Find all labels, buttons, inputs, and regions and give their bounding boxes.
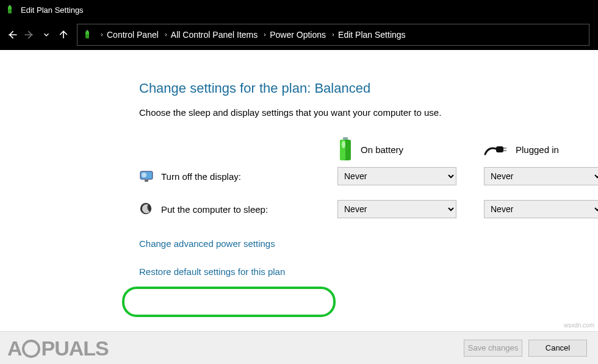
- page-title: Change settings for the plan: Balanced: [139, 80, 598, 96]
- window-title: Edit Plan Settings: [21, 5, 84, 15]
- footer: Save changes Cancel: [0, 331, 598, 364]
- svg-rect-12: [503, 150, 506, 151]
- svg-rect-1: [9, 5, 11, 7]
- annotation-highlight: [122, 287, 336, 317]
- settings-grid: On battery Plugged in: [139, 135, 598, 221]
- nav-recent-button[interactable]: [38, 26, 55, 43]
- svg-rect-4: [87, 30, 88, 32]
- column-header-plugged-label: Plugged in: [516, 145, 559, 155]
- chevron-right-icon[interactable]: [99, 31, 104, 38]
- row-sleep-text: Put the computer to sleep:: [161, 204, 268, 215]
- row-sleep-label: Put the computer to sleep:: [139, 197, 310, 221]
- display-battery-select[interactable]: Never: [337, 167, 456, 185]
- page-subtitle: Choose the sleep and display settings th…: [139, 107, 598, 118]
- title-bar: Edit Plan Settings: [0, 0, 598, 20]
- link-advanced-settings[interactable]: Change advanced power settings: [139, 238, 275, 249]
- column-header-battery-label: On battery: [361, 145, 403, 155]
- monitor-icon: [139, 169, 154, 184]
- svg-point-9: [342, 141, 345, 148]
- sleep-plugged-select[interactable]: Never: [484, 200, 598, 218]
- row-display-label: Turn off the display:: [139, 164, 310, 188]
- svg-rect-14: [145, 180, 148, 182]
- content-area: Change settings for the plan: Balanced C…: [0, 50, 598, 364]
- app-icon: [5, 5, 15, 15]
- battery-icon: [337, 137, 353, 162]
- breadcrumb-all-items[interactable]: All Control Panel Items: [171, 30, 258, 40]
- display-plugged-select[interactable]: Never: [484, 167, 598, 185]
- link-restore-defaults[interactable]: Restore default settings for this plan: [139, 266, 285, 277]
- chevron-right-icon[interactable]: [164, 31, 168, 38]
- svg-rect-11: [503, 148, 506, 149]
- watermark-domain: wsxdn.com: [564, 322, 594, 329]
- plug-icon: [484, 142, 508, 157]
- nav-back-button[interactable]: [4, 26, 21, 43]
- chevron-right-icon[interactable]: [331, 31, 336, 38]
- cancel-button[interactable]: Cancel: [528, 340, 587, 357]
- svg-point-15: [142, 173, 146, 177]
- row-display-text: Turn off the display:: [161, 171, 241, 182]
- svg-rect-10: [496, 146, 503, 152]
- nav-forward-button[interactable]: [21, 26, 38, 43]
- svg-rect-2: [8, 9, 12, 13]
- breadcrumb-power-options[interactable]: Power Options: [270, 30, 326, 40]
- breadcrumb-control-panel[interactable]: Control Panel: [107, 30, 159, 40]
- moon-icon: [139, 202, 154, 216]
- nav-bar: Control Panel All Control Panel Items Po…: [0, 20, 598, 50]
- address-bar[interactable]: Control Panel All Control Panel Items Po…: [77, 24, 589, 46]
- column-header-plugged: Plugged in: [484, 135, 598, 164]
- svg-rect-5: [85, 34, 89, 38]
- sleep-battery-select[interactable]: Never: [337, 200, 456, 218]
- address-app-icon: [82, 30, 92, 40]
- column-header-battery: On battery: [337, 135, 456, 164]
- chevron-right-icon[interactable]: [262, 31, 267, 38]
- svg-rect-6: [343, 137, 348, 140]
- save-button[interactable]: Save changes: [464, 340, 522, 357]
- breadcrumb-edit-plan[interactable]: Edit Plan Settings: [338, 30, 406, 40]
- nav-up-button[interactable]: [55, 26, 72, 43]
